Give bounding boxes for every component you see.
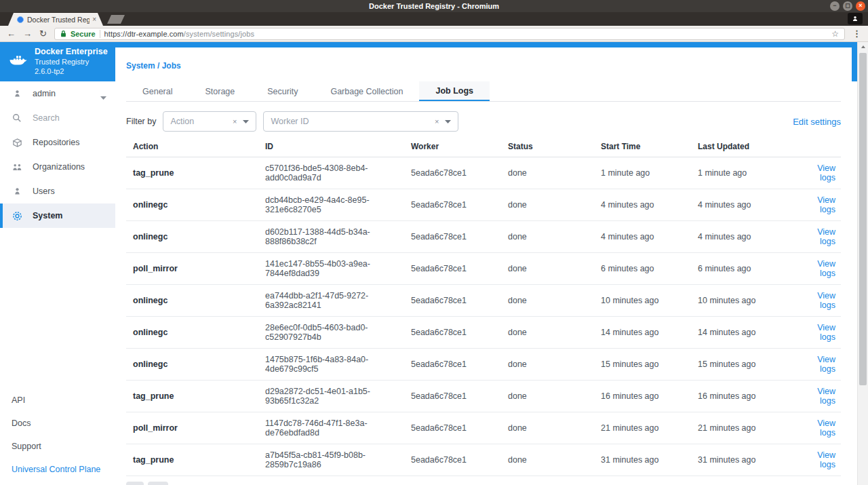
sidebar-item-users[interactable]: Users (0, 179, 115, 203)
reload-button[interactable]: ↻ (39, 29, 47, 38)
scrollbar-up-icon[interactable] (858, 42, 868, 52)
forward-button[interactable]: → (23, 29, 32, 38)
tab-security[interactable]: Security (251, 81, 314, 101)
job-start-time: 6 minutes ago (594, 264, 691, 273)
tab-storage[interactable]: Storage (189, 81, 251, 101)
view-logs-link[interactable]: View logs (817, 387, 835, 406)
sidebar-item-support[interactable]: Support (0, 435, 115, 458)
url-bar[interactable]: Secure https://dtr-example.com/system/se… (54, 28, 845, 40)
profile-button[interactable] (848, 13, 863, 24)
sidebar-footer: API Docs Support Universal Control Plane (0, 389, 115, 485)
brand-version: 2.6.0-tp2 (35, 67, 108, 77)
job-action: poll_mirror (126, 423, 258, 433)
sidebar-item-label: Support (12, 442, 41, 451)
new-tab-button[interactable] (107, 15, 125, 24)
job-status: done (501, 328, 594, 337)
sidebar-item-docs[interactable]: Docs (0, 412, 115, 435)
view-logs-link[interactable]: View logs (817, 291, 835, 310)
job-worker: 5eada6c78ce1 (404, 455, 501, 465)
table-row: onlinegc dcb44bcb-e429-4a4c-8e95-321e6c8… (126, 189, 841, 221)
job-id: d29a2872-dc51-4e01-a1b5-93b65f1c32a2 (258, 387, 404, 406)
job-logs-cell: View logs (801, 387, 841, 406)
clear-icon[interactable]: × (233, 117, 237, 125)
sidebar-item-organizations[interactable]: Organizations (0, 155, 115, 179)
url-separator (100, 30, 100, 38)
table-row: tag_prune c5701f36-bde5-4308-8eb4-add0c0… (126, 157, 841, 189)
sidebar-item-label: Docs (12, 419, 31, 428)
job-id: a7b45f5a-cb81-45f9-b08b-2859b7c19a86 (258, 450, 404, 469)
tab-general[interactable]: General (126, 81, 189, 101)
table-header: Action ID Worker Status Start Time Last … (126, 136, 841, 157)
tab-favicon-icon (17, 16, 24, 23)
edit-settings-link[interactable]: Edit settings (793, 117, 841, 127)
job-worker: 5eada6c78ce1 (404, 328, 501, 337)
scrollbar-thumb[interactable] (859, 53, 867, 385)
job-last-updated: 15 minutes ago (691, 360, 801, 369)
worker-filter-select[interactable]: Worker ID × (263, 111, 458, 132)
sidebar-item-label: System (33, 211, 62, 220)
sidebar-item-label: Organizations (33, 162, 85, 172)
bookmark-star-icon[interactable]: ☆ (831, 29, 839, 39)
view-logs-link[interactable]: View logs (817, 355, 835, 374)
sidebar-item-admin[interactable]: admin (0, 81, 115, 106)
sidebar-item-repositories[interactable]: Repositories (0, 130, 115, 155)
lock-icon (60, 30, 66, 37)
action-filter-select[interactable]: Action × (163, 111, 256, 132)
browser-menu-icon[interactable]: ⋮ (852, 28, 861, 39)
tab-close-icon[interactable]: × (92, 16, 96, 23)
job-action: tag_prune (126, 168, 258, 178)
view-logs-link[interactable]: View logs (817, 450, 835, 469)
sidebar-item-search[interactable]: Search (0, 106, 115, 130)
pagination-prev-button[interactable] (126, 482, 144, 485)
close-button[interactable]: × (856, 1, 865, 11)
sidebar-item-system[interactable]: System (0, 203, 115, 228)
browser-tab[interactable]: Docker Trusted Reg × (8, 13, 103, 26)
job-worker: 5eada6c78ce1 (404, 423, 501, 433)
table-row: tag_prune d29a2872-dc51-4e01-a1b5-93b65f… (126, 381, 841, 412)
chevron-down-icon (445, 120, 451, 123)
job-worker: 5eada6c78ce1 (404, 360, 501, 369)
column-action: Action (126, 142, 258, 151)
page-scrollbar[interactable] (857, 42, 868, 485)
view-logs-link[interactable]: View logs (817, 323, 835, 342)
tab-garbage-collection[interactable]: Garbage Collection (314, 81, 419, 101)
sidebar-item-label: Users (33, 187, 55, 196)
job-worker: 5eada6c78ce1 (404, 296, 501, 305)
job-last-updated: 1 minute ago (691, 168, 801, 178)
view-logs-link[interactable]: View logs (817, 259, 835, 278)
view-logs-link[interactable]: View logs (817, 163, 835, 182)
job-logs-cell: View logs (801, 355, 841, 374)
tab-job-logs[interactable]: Job Logs (419, 81, 490, 101)
back-button[interactable]: ← (7, 29, 16, 38)
job-status: done (501, 168, 594, 178)
table-row: poll_mirror 141ec147-8b55-4b03-a9ea-7844… (126, 253, 841, 285)
job-worker: 5eada6c78ce1 (404, 264, 501, 273)
clear-icon[interactable]: × (435, 117, 439, 125)
job-action: tag_prune (126, 391, 258, 401)
pagination-next-button[interactable] (148, 482, 168, 485)
job-status: done (501, 200, 594, 210)
job-action: onlinegc (126, 200, 258, 210)
maximize-button[interactable]: ◻ (843, 1, 852, 11)
job-start-time: 21 minutes ago (594, 423, 691, 433)
breadcrumb[interactable]: System / Jobs (126, 47, 841, 71)
job-status: done (501, 455, 594, 465)
sidebar-item-universal-control-plane[interactable]: Universal Control Plane (0, 458, 115, 481)
user-icon (12, 89, 22, 98)
view-logs-link[interactable]: View logs (817, 195, 835, 214)
minimize-button[interactable]: − (830, 1, 840, 11)
job-start-time: 16 minutes ago (594, 391, 691, 401)
sidebar-item-api[interactable]: API (0, 389, 115, 412)
view-logs-link[interactable]: View logs (817, 419, 835, 438)
profile-icon (852, 15, 859, 22)
chevron-down-icon (100, 92, 106, 102)
gear-icon (12, 211, 22, 221)
job-start-time: 15 minutes ago (594, 360, 691, 369)
job-start-time: 31 minutes ago (594, 455, 691, 465)
job-start-time: 1 minute ago (594, 168, 691, 178)
sidebar-item-label: API (12, 395, 25, 405)
docker-whale-icon (9, 54, 28, 69)
table-row: onlinegc 28e6ec0f-0db5-4603-bad0-c529079… (126, 317, 841, 349)
job-last-updated: 21 minutes ago (691, 423, 801, 433)
view-logs-link[interactable]: View logs (817, 227, 835, 246)
